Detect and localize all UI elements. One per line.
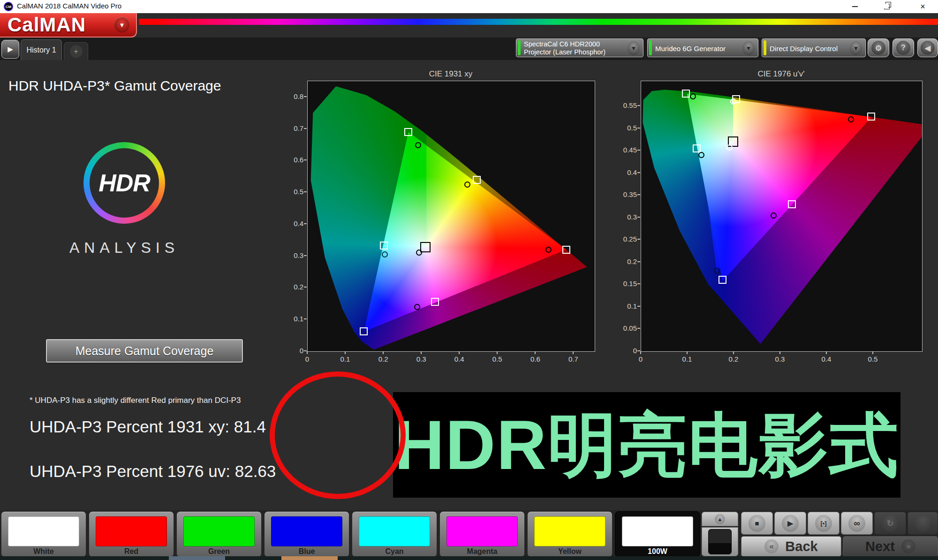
y-tick-label: 0.3 (281, 251, 303, 259)
chevron-left-icon: ◀ (921, 41, 935, 55)
step-button[interactable]: [•] (808, 512, 840, 535)
x-tick-mark (345, 351, 346, 354)
pattern-window-toggle-button[interactable] (702, 527, 738, 556)
x-tick-mark (497, 351, 498, 354)
blank-icon (915, 515, 931, 532)
target-point-marker (380, 242, 388, 250)
y-tick-mark (637, 261, 640, 262)
settings-button[interactable]: ⚙ (868, 38, 889, 57)
y-tick-label: 0 (281, 347, 303, 355)
collapse-panel-button[interactable]: ◀ (917, 38, 938, 57)
measured-point-marker (726, 144, 733, 151)
y-tick-mark (304, 191, 307, 192)
cie-chart-plot (307, 81, 595, 352)
extra-transport-button[interactable] (908, 512, 938, 535)
x-tick-label: 0.4 (450, 355, 469, 363)
pattern-swatch-yellow[interactable]: Yellow (527, 511, 613, 557)
pattern-swatch-magenta[interactable]: Magenta (439, 511, 525, 557)
taskbar-segment (169, 556, 225, 560)
y-tick-mark (637, 105, 640, 106)
y-tick-label: 0.2 (614, 257, 637, 265)
pattern-swatch-white[interactable]: White (1, 511, 86, 557)
target-point-marker (682, 90, 690, 98)
meter-dropdown[interactable]: SpectraCal C6 HDR2000Projector (Laser Ph… (516, 38, 643, 57)
generator-dropdown[interactable]: Murideo 6G Generator ▼ (647, 38, 758, 57)
x-tick-label: 0.5 (488, 355, 507, 363)
y-tick-mark (637, 172, 640, 173)
close-button[interactable]: × (912, 0, 933, 13)
y-tick-label: 0.35 (614, 190, 637, 198)
target-point-marker (788, 200, 796, 208)
x-tick-label: 0.7 (564, 355, 582, 363)
tab-scroll-button[interactable]: ▶ (1, 40, 19, 59)
meter-label: SpectraCal C6 HDR2000Projector (Laser Ph… (524, 40, 605, 56)
x-tick-mark (421, 351, 422, 354)
y-tick-label: 0 (614, 347, 637, 355)
play-button[interactable]: ▶ (774, 512, 806, 535)
x-tick-mark (535, 351, 536, 354)
y-tick-mark (637, 150, 640, 151)
help-icon: ? (896, 41, 910, 55)
target-point-marker (562, 246, 570, 254)
y-tick-mark (304, 255, 307, 256)
chart-title: CIE 1976 u'v' (641, 69, 922, 79)
back-chevrons-icon: « (764, 539, 779, 553)
percent-1976-readout: UHDA-P3 Percent 1976 uv: 82.63 (30, 462, 276, 481)
stop-button[interactable]: ■ (741, 512, 773, 535)
calman-logo: CalMAN (8, 14, 86, 36)
pattern-swatch-red[interactable]: Red (89, 511, 174, 557)
y-tick-label: 0.1 (614, 302, 637, 310)
analysis-label: ANALYSIS (54, 239, 195, 257)
add-tab-button[interactable]: + (64, 42, 88, 60)
x-tick-label: 0 (631, 355, 650, 363)
y-tick-label: 0.1 (281, 315, 303, 323)
restore-button[interactable] (876, 0, 897, 13)
y-tick-label: 0.6 (281, 156, 303, 164)
x-tick-label: 0.6 (526, 355, 545, 363)
swatch-label: Red (89, 547, 174, 556)
calman-menu-button[interactable]: CalMAN ▼ (0, 13, 137, 38)
measured-point-marker (730, 98, 736, 105)
pattern-swatch-green[interactable]: Green (176, 511, 262, 557)
next-chevrons-icon: » (901, 539, 915, 553)
swatch-color (359, 516, 430, 546)
infinity-icon: ∞ (848, 515, 865, 532)
swatch-color (8, 516, 79, 546)
swatch-color (622, 516, 693, 546)
refresh-icon: ↻ (882, 515, 899, 532)
chevron-up-icon: ▲ (715, 514, 725, 524)
pattern-swatch-100w[interactable]: 100W (615, 511, 700, 557)
pattern-swatch-blue[interactable]: Blue (264, 511, 349, 557)
y-tick-label: 0.25 (614, 235, 637, 243)
display-control-dropdown[interactable]: Direct Display Control ▼ (762, 38, 866, 57)
measure-gamut-coverage-button[interactable]: Measure Gamut Coverage (45, 339, 243, 363)
minimize-button[interactable] (844, 0, 865, 13)
meter-status-accent (518, 40, 521, 55)
y-tick-mark (304, 318, 307, 319)
help-button[interactable]: ? (893, 38, 914, 57)
plus-icon: + (70, 45, 83, 58)
x-tick-mark (640, 351, 641, 354)
measured-point-marker (363, 329, 367, 333)
stop-icon: ■ (749, 515, 765, 532)
page-title: HDR UHDA-P3* Gamut Coverage (8, 78, 221, 94)
refresh-button[interactable]: ↻ (874, 512, 906, 535)
step-icon: [•] (815, 515, 832, 532)
generator-label: Murideo 6G Generator (655, 39, 726, 58)
measured-point-marker (415, 142, 421, 148)
tab-history-1[interactable]: History 1 (21, 39, 62, 60)
loop-button[interactable]: ∞ (841, 512, 873, 535)
pattern-swatch-cyan[interactable]: Cyan (352, 511, 437, 557)
swatch-label: Cyan (352, 547, 437, 556)
x-tick-label: 0.3 (771, 355, 789, 363)
x-tick-label: 0.2 (724, 355, 743, 363)
y-tick-label: 0.4 (281, 219, 303, 227)
pattern-window-expand-button[interactable]: ▲ (702, 512, 738, 526)
next-button[interactable]: Next » (843, 536, 938, 557)
x-tick-mark (826, 351, 827, 354)
y-tick-label: 0.7 (281, 124, 303, 132)
swatch-color (183, 516, 255, 546)
swatch-color (96, 516, 167, 546)
back-button[interactable]: « Back (741, 536, 841, 557)
window-title: CalMAN 2018 CalMAN Video Pro (17, 2, 121, 10)
